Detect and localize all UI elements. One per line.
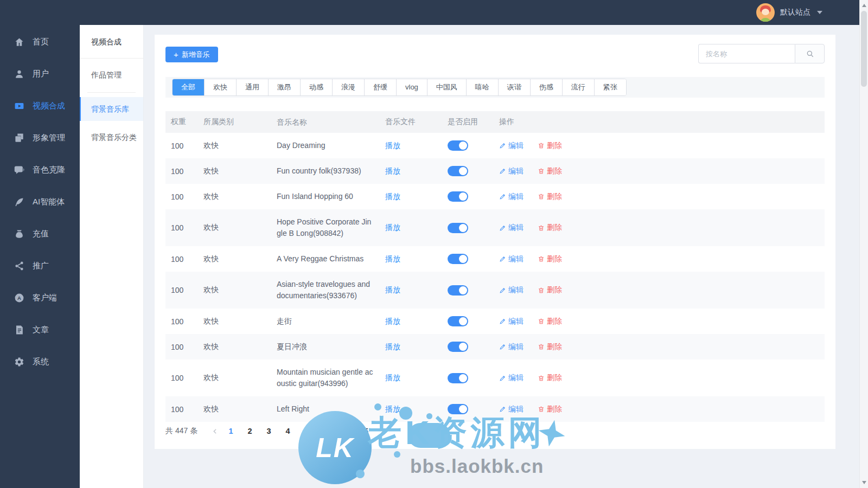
category-tab[interactable]: 全部 [173, 79, 204, 95]
play-link[interactable]: 播放 [385, 342, 400, 351]
play-link[interactable]: 播放 [385, 223, 400, 232]
page-number[interactable]: 45 [356, 427, 371, 435]
enable-toggle[interactable] [448, 404, 468, 414]
sidebar-item-articles[interactable]: 文章 [0, 314, 80, 346]
enable-toggle[interactable] [448, 373, 468, 383]
category-tab[interactable]: 中国风 [427, 79, 466, 95]
prev-page-button[interactable] [208, 428, 221, 435]
category-tab[interactable]: 激昂 [268, 79, 300, 95]
enable-toggle[interactable] [448, 254, 468, 264]
scrollbar-down-arrow[interactable] [860, 481, 868, 484]
delete-button[interactable]: 删除 [538, 285, 562, 295]
watermark-dot [394, 451, 400, 458]
page-number[interactable]: 5 [299, 427, 314, 435]
play-link[interactable]: 播放 [385, 192, 400, 201]
pencil-icon [499, 168, 506, 175]
delete-button[interactable]: 删除 [538, 342, 562, 352]
category-tab[interactable]: vlog [396, 79, 427, 95]
enable-toggle[interactable] [448, 316, 468, 326]
table-row: 100 欢快 夏日冲浪 播放 编辑 [165, 334, 825, 359]
enable-toggle[interactable] [448, 342, 468, 352]
page-number[interactable]: 3 [261, 427, 276, 435]
category-tab[interactable]: 紧张 [594, 79, 626, 95]
play-link[interactable]: 播放 [385, 166, 400, 175]
play-link[interactable]: 播放 [385, 285, 400, 294]
sidebar-item-ai-agent[interactable]: AI智能体 [0, 186, 80, 218]
submenu-item-bgm-categories[interactable]: 背景音乐分类 [80, 125, 143, 149]
page-number[interactable]: ••• [337, 427, 352, 435]
enable-toggle[interactable] [448, 191, 468, 202]
add-music-button[interactable]: + 新增音乐 [165, 47, 218, 62]
scrollbar-up-arrow[interactable] [860, 4, 868, 7]
edit-button[interactable]: 编辑 [499, 254, 524, 264]
cell-file: 播放 [385, 342, 448, 352]
page-number[interactable]: 1 [224, 427, 238, 435]
sidebar-item-video-synthesis[interactable]: 视频合成 [0, 90, 80, 122]
submenu-item-works[interactable]: 作品管理 [80, 63, 143, 87]
enable-toggle[interactable] [448, 166, 468, 176]
edit-button[interactable]: 编辑 [499, 317, 524, 326]
category-tab[interactable]: 诙谐 [498, 79, 530, 95]
enable-toggle[interactable] [448, 140, 468, 151]
delete-button[interactable]: 删除 [538, 141, 562, 151]
sidebar-item-voice-clone[interactable]: 音色克隆 [0, 154, 80, 186]
search-button[interactable] [795, 44, 825, 63]
toggle-knob [459, 224, 467, 232]
next-page-button[interactable] [375, 428, 388, 435]
edit-button[interactable]: 编辑 [499, 404, 524, 414]
category-tab[interactable]: 流行 [562, 79, 594, 95]
play-link[interactable]: 播放 [385, 404, 400, 413]
category-tab[interactable]: 浪漫 [332, 79, 364, 95]
edit-button[interactable]: 编辑 [499, 192, 524, 202]
sidebar-item-client[interactable]: A 客户端 [0, 282, 80, 314]
edit-button[interactable]: 编辑 [499, 285, 524, 295]
sidebar-item-promotion[interactable]: 推广 [0, 250, 80, 282]
category-tab[interactable]: 伤感 [530, 79, 562, 95]
delete-button[interactable]: 删除 [538, 254, 562, 264]
edit-button[interactable]: 编辑 [499, 166, 524, 176]
cell-music-name: 走街 [277, 316, 385, 327]
delete-button[interactable]: 删除 [538, 223, 562, 233]
page-number[interactable]: 4 [280, 427, 295, 435]
cell-weight: 100 [171, 405, 203, 414]
enable-toggle[interactable] [448, 223, 468, 233]
vertical-scrollbar[interactable] [859, 0, 868, 488]
avatar[interactable] [756, 3, 775, 22]
delete-button[interactable]: 删除 [538, 192, 562, 202]
page-number[interactable]: 6 [318, 427, 333, 435]
pencil-icon [499, 287, 506, 294]
scrollbar-thumb[interactable] [861, 11, 867, 87]
sidebar-item-image-management[interactable]: 形象管理 [0, 122, 80, 154]
delete-button[interactable]: 删除 [538, 373, 562, 383]
delete-button[interactable]: 删除 [538, 166, 562, 176]
edit-button[interactable]: 编辑 [499, 141, 524, 151]
delete-button[interactable]: 删除 [538, 317, 562, 326]
site-switcher[interactable]: 默认站点 [756, 0, 822, 25]
edit-button[interactable]: 编辑 [499, 223, 524, 233]
submenu-item-bgm-library[interactable]: 背景音乐库 [80, 97, 143, 121]
sidebar-item-users[interactable]: 用户 [0, 58, 80, 90]
edit-button[interactable]: 编辑 [499, 342, 524, 352]
category-tab[interactable]: 通用 [236, 79, 268, 95]
category-filter-strip: 全部欢快通用激昂动感浪漫舒缓vlog中国风嘻哈诙谐伤感流行紧张 [165, 77, 825, 98]
sidebar-item-home[interactable]: 首页 [0, 26, 80, 58]
play-link[interactable]: 播放 [385, 141, 400, 150]
delete-label: 删除 [547, 192, 562, 202]
category-tab[interactable]: 欢快 [204, 79, 236, 95]
play-link[interactable]: 播放 [385, 373, 400, 382]
toggle-knob [459, 142, 467, 150]
category-tab[interactable]: 舒缓 [364, 79, 396, 95]
sidebar-item-recharge[interactable]: 充值 [0, 218, 80, 250]
search-input[interactable] [698, 44, 795, 63]
delete-label: 删除 [547, 166, 562, 176]
cell-category: 欢快 [203, 285, 277, 295]
category-tab[interactable]: 嘻哈 [466, 79, 498, 95]
edit-button[interactable]: 编辑 [499, 373, 524, 383]
page-number[interactable]: 2 [242, 427, 257, 435]
enable-toggle[interactable] [448, 285, 468, 296]
play-link[interactable]: 播放 [385, 254, 400, 263]
play-link[interactable]: 播放 [385, 317, 400, 325]
delete-button[interactable]: 删除 [538, 404, 562, 414]
sidebar-item-system[interactable]: 系统 [0, 346, 80, 378]
category-tab[interactable]: 动感 [300, 79, 332, 95]
